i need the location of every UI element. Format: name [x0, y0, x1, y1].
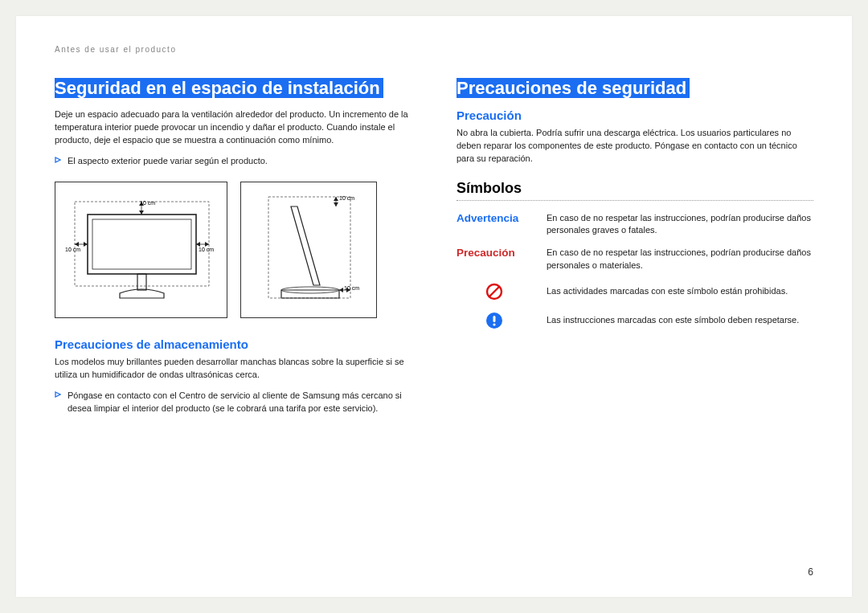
precaution-paragraph: No abra la cubierta. Podría sufrir una d… [457, 127, 813, 166]
subheading-storage-precautions: Precauciones de almacenamiento [55, 337, 411, 351]
two-column-layout: Seguridad en el espacio de instalación D… [55, 76, 813, 423]
figure-front-view: 10 cm 10 cm 10 cm [55, 182, 227, 318]
symbol-row-warning: Advertencia En caso de no respetar las i… [457, 212, 813, 238]
bullet-marker-icon [55, 157, 61, 168]
symbol-row-caution: Precaución En caso de no respetar las in… [457, 247, 813, 272]
bullet-text: Póngase en contacto con el Centro de ser… [68, 390, 411, 415]
svg-point-25 [493, 324, 495, 326]
page-number: 6 [808, 566, 813, 578]
heading-symbols: Símbolos [457, 180, 813, 198]
storage-paragraph: Los modelos muy brillantes pueden desarr… [55, 356, 411, 382]
label-10cm-top: 10 cm [140, 200, 155, 206]
figure-row: 10 cm 10 cm 10 cm [55, 182, 411, 318]
text-prohibited: Las actividades marcadas con este símbol… [547, 285, 813, 298]
svg-rect-24 [493, 316, 496, 322]
label-10cm-side-top: 10 cm [339, 195, 354, 201]
symbol-row-prohibited: Las actividades marcadas con este símbol… [457, 282, 813, 301]
dotted-rule [457, 200, 813, 201]
intro-paragraph: Deje un espacio adecuado para la ventila… [55, 108, 411, 147]
svg-marker-16 [334, 197, 338, 201]
label-warning: Advertencia [457, 212, 532, 224]
bullet-item: Póngase en contacto con el Centro de ser… [55, 390, 411, 415]
breadcrumb: Antes de usar el producto [55, 45, 813, 54]
symbol-row-mandatory: Las instrucciones marcadas con este símb… [457, 311, 813, 330]
column-left: Seguridad en el espacio de instalación D… [55, 76, 411, 423]
prohibited-icon [457, 282, 532, 301]
text-caution: En caso de no respetar las instrucciones… [547, 247, 813, 272]
text-warning: En caso de no respetar las instrucciones… [547, 212, 813, 238]
svg-rect-1 [88, 215, 196, 274]
heading-installation-safety: Seguridad en el espacio de instalación [55, 76, 411, 100]
label-10cm-right: 10 cm [199, 247, 214, 252]
heading-safety-precautions: Precauciones de seguridad [457, 76, 813, 100]
svg-marker-17 [334, 202, 338, 206]
mandatory-icon [457, 311, 532, 330]
svg-rect-2 [92, 219, 191, 269]
label-10cm-side-bottom: 10 cm [344, 285, 359, 291]
bullet-text: El aspecto exterior puede variar según e… [68, 155, 268, 168]
column-right: Precauciones de seguridad Precaución No … [457, 76, 813, 423]
svg-line-22 [489, 287, 499, 296]
svg-rect-3 [137, 274, 146, 290]
figure-side-view: 10 cm 10 cm [240, 182, 377, 318]
bullet-item: El aspecto exterior puede variar según e… [55, 155, 411, 168]
manual-page: Antes de usar el producto Seguridad en e… [16, 16, 852, 597]
label-10cm-left: 10 cm [65, 247, 80, 252]
subheading-precaution: Precaución [457, 108, 813, 122]
bullet-marker-icon [55, 391, 61, 415]
text-mandatory: Las instrucciones marcadas con este símb… [547, 314, 813, 327]
svg-marker-19 [339, 288, 343, 292]
label-caution: Precaución [457, 247, 532, 259]
